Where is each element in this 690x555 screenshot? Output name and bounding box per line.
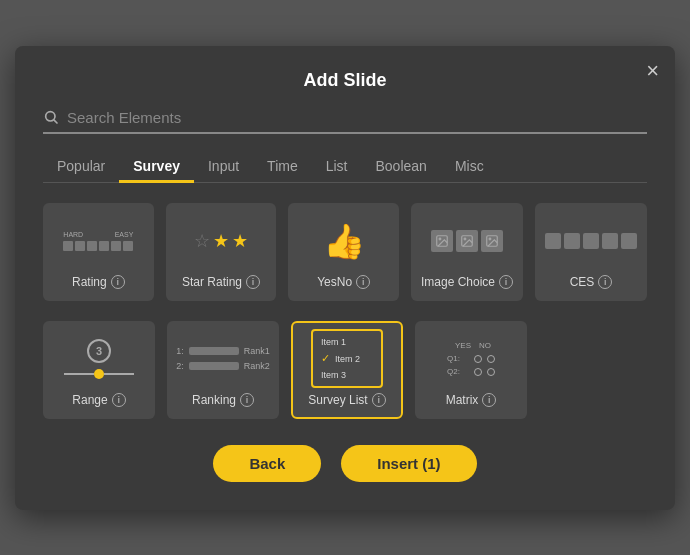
tabs-bar: Popular Survey Input Time List Boolean M… (43, 152, 647, 183)
item-ces[interactable]: CES i (535, 203, 647, 301)
ces-label: CES i (570, 275, 613, 289)
svg-point-7 (489, 238, 491, 240)
yesno-info-badge[interactable]: i (356, 275, 370, 289)
star-2: ★ (213, 230, 229, 252)
footer: Back Insert (1) (43, 445, 647, 482)
search-bar (43, 109, 647, 134)
items-grid: HARD EASY (43, 203, 647, 419)
star-rating-icon: ☆ ★ ★ (176, 215, 267, 267)
image-choice-label: Image Choice i (421, 275, 513, 289)
modal-overlay: × Add Slide Popular Survey Input Time Li… (0, 0, 690, 555)
tab-time[interactable]: Time (253, 152, 312, 183)
search-input[interactable] (67, 109, 647, 126)
insert-button[interactable]: Insert (1) (341, 445, 476, 482)
rating-info-badge[interactable]: i (111, 275, 125, 289)
rating-icon: HARD EASY (53, 215, 144, 267)
star-rating-info-badge[interactable]: i (246, 275, 260, 289)
survey-list-icon: Item 1 ✓ Item 2 Item 3 (301, 333, 393, 385)
matrix-icon: YES NO Q1: Q2: (425, 333, 517, 385)
ces-icon (545, 215, 637, 267)
tab-survey[interactable]: Survey (119, 152, 194, 183)
ranking-label: Ranking i (192, 393, 254, 407)
svg-point-5 (464, 238, 466, 240)
items-row-1: HARD EASY (43, 203, 647, 301)
item-matrix[interactable]: YES NO Q1: Q2: (415, 321, 527, 419)
tab-misc[interactable]: Misc (441, 152, 498, 183)
rating-easy-label: EASY (115, 231, 134, 238)
range-number: 3 (87, 339, 111, 363)
ranking-info-badge[interactable]: i (240, 393, 254, 407)
tab-popular[interactable]: Popular (43, 152, 119, 183)
yesno-label: YesNo i (317, 275, 370, 289)
tab-boolean[interactable]: Boolean (362, 152, 441, 183)
survey-list-label: Survey List i (308, 393, 385, 407)
back-button[interactable]: Back (213, 445, 321, 482)
items-row-2: 3 Range i (43, 321, 647, 419)
range-label: Range i (72, 393, 125, 407)
close-button[interactable]: × (646, 60, 659, 82)
add-slide-modal: × Add Slide Popular Survey Input Time Li… (15, 46, 675, 510)
item-yesno[interactable]: 👍 YesNo i (288, 203, 399, 301)
ces-info-badge[interactable]: i (598, 275, 612, 289)
tab-input[interactable]: Input (194, 152, 253, 183)
rating-label: Rating i (72, 275, 125, 289)
item-star-rating[interactable]: ☆ ★ ★ Star Rating i (166, 203, 277, 301)
survey-list-check: ✓ (321, 352, 330, 365)
item-rating[interactable]: HARD EASY (43, 203, 154, 301)
range-icon: 3 (53, 333, 145, 385)
range-info-badge[interactable]: i (112, 393, 126, 407)
item-ranking[interactable]: 1: Rank1 2: Rank2 Ranking (167, 321, 279, 419)
matrix-info-badge[interactable]: i (482, 393, 496, 407)
star-rating-label: Star Rating i (182, 275, 260, 289)
survey-list-info-badge[interactable]: i (372, 393, 386, 407)
item-image-choice[interactable]: Image Choice i (411, 203, 523, 301)
ranking-icon: 1: Rank1 2: Rank2 (177, 333, 269, 385)
image-choice-info-badge[interactable]: i (499, 275, 513, 289)
search-icon (43, 109, 59, 125)
modal-title: Add Slide (43, 70, 647, 91)
svg-line-1 (54, 120, 57, 123)
image-choice-icon (421, 215, 513, 267)
star-1: ☆ (194, 230, 210, 252)
star-3: ★ (232, 230, 248, 252)
tab-list[interactable]: List (312, 152, 362, 183)
item-survey-list[interactable]: Item 1 ✓ Item 2 Item 3 Survey (291, 321, 403, 419)
svg-point-3 (439, 238, 441, 240)
rating-hard-label: HARD (63, 231, 83, 238)
item-range[interactable]: 3 Range i (43, 321, 155, 419)
thumbs-up-icon: 👍 (323, 221, 365, 261)
yesno-icon: 👍 (298, 215, 389, 267)
matrix-label: Matrix i (446, 393, 497, 407)
